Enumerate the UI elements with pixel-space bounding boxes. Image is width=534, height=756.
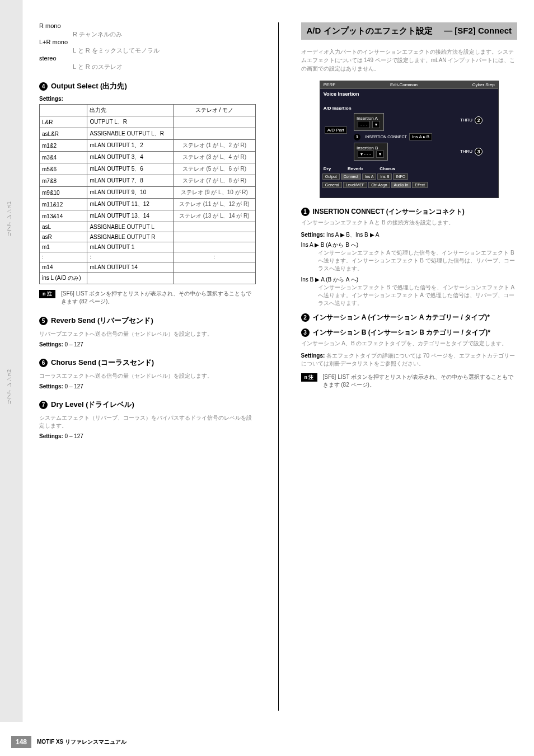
table-row: m7&8mLAN OUTPUT 7、8ステレオ (7 が L、8 が R)	[40, 175, 256, 187]
reverb-send-title: Reverb Send (リバーブセンド)	[51, 316, 153, 326]
sidebar-tab-2: リファレンス 2	[6, 369, 13, 407]
table-header-1: 出力先	[87, 105, 174, 116]
ss-tab: General	[322, 182, 342, 188]
chorus-send-title: Chorus Send (コーラスセンド)	[51, 358, 154, 368]
table-row: m9&10mLAN OUTPUT 9、10ステレオ (9 が L、10 が R)	[40, 187, 256, 199]
page-number: 148	[11, 736, 31, 748]
effect-routing-screenshot: PERF Edit-Common Cyber Step Voice Insert…	[320, 81, 499, 198]
callout-2: 2	[475, 116, 483, 124]
sidebar-tab-1: リファレンス 1	[6, 201, 13, 240]
table-row: m11&12mLAN OUTPUT 11、12ステレオ (11 が L、12 が…	[40, 199, 256, 210]
ss-ad-insertion-label: A/D Insertion	[324, 106, 495, 111]
chorus-send-heading: 6 Chorus Send (コーラスセンド)	[39, 358, 256, 368]
sidebar: リファレンス 1 リファレンス 2	[0, 0, 22, 722]
ins-a-b-label: Ins A ▶ B (A から B へ)	[301, 241, 518, 249]
dry-level-title: Dry Level (ドライレベル)	[51, 400, 134, 410]
output-select-table: 出力先 ステレオ / モノ L&ROUTPUT L、RasL&RASSIGNAB…	[39, 104, 256, 284]
table-row: :::	[40, 252, 256, 262]
ss-tab: Output	[322, 173, 340, 180]
ins-b-a-label: Ins B ▶ A (B から A へ)	[301, 276, 518, 284]
dry-level-heading: 7 Dry Level (ドライレベル)	[39, 400, 256, 410]
reverb-send-heading: 5 Reverb Send (リバーブセンド)	[39, 316, 256, 326]
chorus-send-desc: コーラスエフェクトへ送る信号の量（センドレベル）を設定します。	[39, 372, 256, 380]
ad-effect-intro: オーディオ入力パートのインサーションエフェクトの接続方法を設定します。システムエ…	[301, 48, 518, 73]
table-row: asL&RASSIGNABLE OUTPUT L、R	[40, 128, 256, 140]
num-6: 6	[39, 359, 48, 367]
ss-tab: Ins A	[362, 173, 377, 180]
output-select-note: n 注 [SF6] LIST ボタンを押すとリストが表示され、その中から選択する…	[39, 290, 256, 306]
num-7: 7	[39, 401, 48, 409]
ss-edit: Edit-Common	[390, 82, 418, 87]
mono-block-lr: L+R mono L と R をミックスしてモノラル	[39, 39, 256, 55]
mono-stereo-desc: L と R のステレオ	[73, 63, 256, 71]
mono-stereo-label: stereo	[39, 55, 57, 62]
ss-voice-insertion: Voice Insertion	[320, 89, 498, 99]
ss-tab: Level/MEF	[343, 182, 367, 188]
table-header-0	[40, 105, 87, 116]
table-row: asLASSIGNABLE OUTPUT L	[40, 222, 256, 232]
dry-level-settings: Settings: 0 – 127	[39, 433, 256, 439]
note-badge-right: n 注	[301, 373, 317, 382]
ss-perf-name: Cyber Step	[472, 82, 495, 87]
heading-bar-left: A/D インプットのエフェクト設定	[307, 26, 433, 36]
table-row: m1&2mLAN OUTPUT 1、2ステレオ (1 が L、2 が R)	[40, 140, 256, 152]
right-column: A/D インプットのエフェクト設定 — [SF2] Connect オーディオ入…	[301, 22, 518, 711]
callout-3: 3	[475, 148, 483, 156]
num-1-right: 1	[301, 208, 310, 216]
note-text-right: [SF6] LIST ボタンを押すとリストが表示され、その中から選択することもで…	[323, 373, 518, 389]
ss-ad-part: A/D Part	[325, 126, 347, 134]
num-4: 4	[39, 82, 48, 91]
table-row: L&ROUTPUT L、R	[40, 116, 256, 128]
num-3-right: 3	[301, 328, 310, 337]
table-row: m14mLAN OUTPUT 14	[40, 262, 256, 273]
output-select-heading: 4 Output Select (出力先)	[39, 81, 256, 91]
footer-text: MOTIF XS リファレンスマニュアル	[37, 738, 127, 746]
mono-lr-desc: L と R をミックスしてモノラル	[73, 46, 256, 55]
ss-tab: Connect	[341, 173, 361, 180]
mono-block-r: R mono R チャンネルのみ	[39, 22, 256, 39]
column-divider	[278, 22, 279, 711]
dry-level-desc: システムエフェクト（リバーブ、コーラス）をバイパスするドライ信号のレベルを設定し…	[39, 414, 256, 430]
mono-block-stereo: stereo L と R のステレオ	[39, 55, 256, 71]
reverb-send-settings: Settings: 0 – 127	[39, 341, 256, 348]
mono-r-desc: R チャンネルのみ	[73, 30, 256, 39]
ins-b-a-desc: インサーションエフェクト B で処理した信号を、インサーションエフェクト A へ…	[318, 284, 518, 307]
ins-a-b-desc: インサーションエフェクト A で処理した信号を、インサーションエフェクト B へ…	[318, 249, 518, 273]
note-text: [SF6] LIST ボタンを押すとリストが表示され、その中から選択することもで…	[61, 290, 256, 306]
ss-insertion-b-box: Insertion B ▾ - - -▾	[354, 143, 388, 161]
heading-bar-right: — [SF2] Connect	[444, 26, 512, 36]
ss-tab: INFO	[393, 173, 408, 180]
left-column: R mono R チャンネルのみ L+R mono L と R をミックスしてモ…	[39, 22, 256, 711]
table-row: m13&14mLAN OUTPUT 13、14ステレオ (13 が L、14 が…	[40, 210, 256, 222]
output-select-title: Output Select (出力先)	[51, 81, 127, 91]
ss-tab: Audio In	[391, 182, 411, 188]
ss-tab: Effect	[412, 182, 428, 188]
note-badge: n 注	[39, 290, 55, 298]
mono-lr-label: L+R mono	[39, 39, 68, 45]
table-row: m5&6mLAN OUTPUT 5、6ステレオ (5 が L、6 が R)	[40, 163, 256, 175]
num-2-right: 2	[301, 313, 310, 322]
page-footer: 148 MOTIF XS リファレンスマニュアル	[0, 736, 534, 748]
ss-tab: Ins B	[377, 173, 392, 180]
table-row: m3&4mLAN OUTPUT 3、4ステレオ (3 が L、4 が R)	[40, 152, 256, 163]
insertion-connect-title: INSERTION CONNECT (インサーションコネクト)	[313, 207, 465, 217]
table-row: ins L (A/D のみ)	[40, 273, 256, 284]
ss-mode: PERF	[324, 82, 335, 87]
reverb-send-desc: リバーブエフェクトへ送る信号の量（センドレベル）を設定します。	[39, 330, 256, 338]
insertion-connect-heading: 1 INSERTION CONNECT (インサーションコネクト)	[301, 207, 518, 217]
num-5: 5	[39, 317, 48, 325]
insertion-connect-desc: インサーションエフェクト A と B の接続方法を設定します。	[301, 219, 518, 227]
table-header-2: ステレオ / モノ	[174, 105, 255, 116]
ss-insertion-a-box: Insertion A - - -▾	[354, 113, 384, 131]
chorus-send-settings: Settings: 0 – 127	[39, 383, 256, 389]
mono-r-label: R mono	[39, 22, 61, 29]
ss-tab: Ctrl Asgn	[368, 182, 390, 188]
insertion-note: n 注 [SF6] LIST ボタンを押すとリストが表示され、その中から選択する…	[301, 373, 518, 389]
insertion-b-desc: インサーション A、B のエフェクトタイプを、カテゴリーとタイプで設定します。	[301, 340, 518, 348]
table-row: m1mLAN OUTPUT 1	[40, 242, 256, 252]
output-select-settings-label: Settings:	[39, 96, 256, 102]
insertion-b-heading: 3 インサーション B (インサーション B カテゴリー / タイプ)*	[301, 328, 518, 337]
ad-effect-heading-bar: A/D インプットのエフェクト設定 — [SF2] Connect	[301, 22, 518, 40]
table-row: asRASSIGNABLE OUTPUT R	[40, 232, 256, 242]
insertion-a-heading: 2 インサーション A (インサーション A カテゴリー / タイプ)*	[301, 313, 518, 322]
